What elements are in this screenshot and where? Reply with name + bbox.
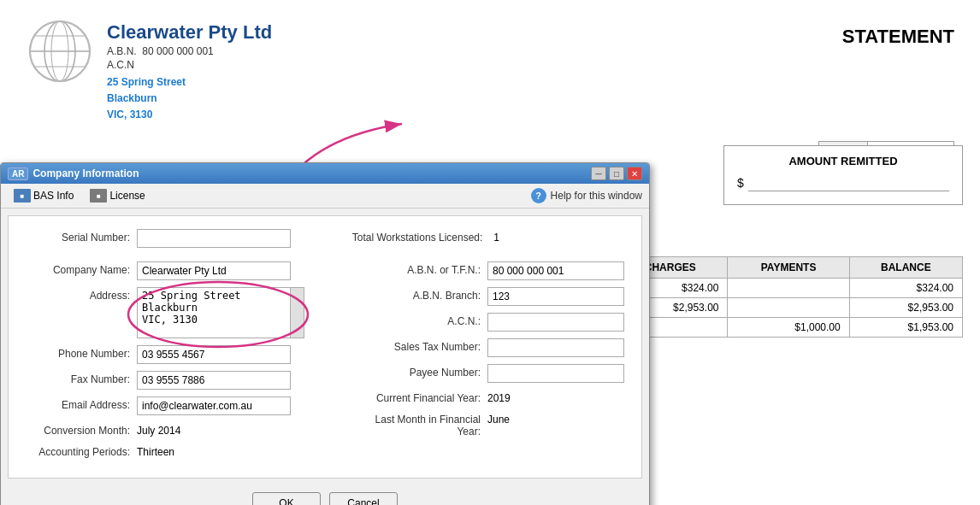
summary-table: CHARGES PAYMENTS BALANCE $324.00 $324.00… [612,256,963,338]
two-col-section: Company Name: Address: 25 Spring Street … [26,261,624,465]
last-month-row: Last Month in Financial Year: June [351,411,624,437]
company-information-dialog: AR Company Information ─ □ ✕ ■ BAS Info … [0,162,650,505]
balance-cell: $1,953.00 [849,318,962,338]
address-label: Address: [26,287,137,302]
abn-line: A.B.N. 80 000 000 001 [107,45,272,57]
abn-branch-input[interactable] [487,287,624,306]
accounting-periods-value: Thirteen [137,443,174,458]
payments-header: PAYMENTS [728,257,849,279]
license-menu[interactable]: ■ License [84,186,151,205]
bas-info-icon: ■ [14,189,31,203]
payments-cell [728,279,849,298]
conversion-month-value: July 2014 [137,422,180,437]
phone-input[interactable] [137,345,291,364]
help-icon: ? [531,188,546,203]
statement-title: STATEMENT [842,26,954,48]
cancel-button[interactable]: Cancel [329,492,398,505]
phone-label: Phone Number: [26,345,137,360]
statement-header: Clearwater Pty Ltd A.B.N. 80 000 000 001… [26,17,954,124]
balance-cell: $2,953.00 [849,298,962,318]
license-icon: ■ [90,189,107,203]
phone-row: Phone Number: [26,345,334,364]
acn-form-label: A.C.N.: [351,313,487,327]
address-input[interactable]: 25 Spring Street Blackburn VIC, 3130 [137,287,291,338]
sales-tax-row: Sales Tax Number: [351,338,624,357]
company-name-input[interactable] [137,261,291,280]
bas-info-menu[interactable]: ■ BAS Info [8,186,80,205]
help-button[interactable]: ? Help for this window [531,188,642,203]
amount-input-line [748,174,949,191]
dialog-menu: ■ BAS Info ■ License ? Help for this win… [1,184,649,208]
right-col: Total Workstations Licensed: 1 [352,229,624,244]
company-info: Clearwater Pty Ltd A.B.N. 80 000 000 001… [107,21,272,124]
maximize-button[interactable]: □ [609,167,624,180]
company-name: Clearwater Pty Ltd [107,21,272,44]
dollar-sign: $ [737,176,744,190]
serial-number-label: Serial Number: [26,229,137,244]
payee-label: Payee Number: [351,364,487,379]
table-row: $324.00 $324.00 [613,279,963,298]
address-input-area: 25 Spring Street Blackburn VIC, 3130 [137,287,304,338]
amount-remitted-box: AMOUNT REMITTED $ [723,145,963,205]
title-buttons: ─ □ ✕ [591,167,642,180]
ok-button[interactable]: OK [252,492,321,505]
minimize-button[interactable]: ─ [591,167,606,180]
email-row: Email Address: [26,396,334,415]
abn-branch-label: A.B.N. Branch: [351,287,487,302]
amount-remitted-title: AMOUNT REMITTED [737,155,949,167]
table-row: $2,953.00 $2,953.00 [613,298,963,318]
total-workstations-value: 1 [493,229,499,244]
company-address: 25 Spring Street Blackburn VIC, 3130 [107,74,272,124]
help-label: Help for this window [551,190,642,202]
abn-tfn-label: A.B.N. or T.F.N.: [351,261,487,276]
abn-tfn-row: A.B.N. or T.F.N.: [351,261,624,280]
dialog-title-text: Company Information [32,167,139,179]
fax-row: Fax Number: [26,371,334,390]
financial-year-label: Current Financial Year: [351,390,487,404]
dialog-footer: OK Cancel [1,485,649,505]
logo-area: Clearwater Pty Ltd A.B.N. 80 000 000 001… [26,17,272,124]
payments-cell [728,298,849,318]
address-row: Address: 25 Spring Street Blackburn VIC,… [26,287,334,338]
company-name-form-label: Company Name: [26,261,137,276]
last-month-value: June [487,411,510,426]
total-workstations-label: Total Workstations Licensed: [352,229,490,244]
payments-cell: $1,000.00 [728,318,849,338]
abn-branch-row: A.B.N. Branch: [351,287,624,306]
financial-year-row: Current Financial Year: 2019 [351,390,624,404]
last-month-label: Last Month in Financial Year: [351,411,487,437]
ar-badge: AR [8,167,28,180]
sales-tax-label: Sales Tax Number: [351,338,487,353]
payee-row: Payee Number: [351,364,624,383]
accounting-periods-label: Accounting Periods: [26,443,137,458]
balance-cell: $324.00 [849,279,962,298]
acn-line: A.C.N [107,59,272,71]
conversion-month-label: Conversion Month: [26,422,137,437]
fax-label: Fax Number: [26,371,137,385]
sales-tax-input[interactable] [487,338,624,357]
accounting-periods-row: Accounting Periods: Thirteen [26,443,334,458]
license-label: License [109,190,145,202]
abn-tfn-input[interactable] [487,261,624,280]
left-col: Serial Number: [26,229,352,255]
acn-input[interactable] [487,313,624,332]
email-input[interactable] [137,396,291,415]
address-scrollbar[interactable] [291,287,304,338]
company-name-row: Company Name: [26,261,334,280]
dialog-menu-left: ■ BAS Info ■ License [8,186,151,205]
serial-number-row: Serial Number: Total Workstations Licens… [26,229,624,255]
table-row: $1,000.00 $1,953.00 [613,318,963,338]
acn-row: A.C.N.: [351,313,624,332]
dialog-titlebar: AR Company Information ─ □ ✕ [1,163,649,184]
amount-remitted-line: $ [737,174,949,191]
fax-input[interactable] [137,371,291,390]
close-button[interactable]: ✕ [627,167,642,180]
serial-number-input[interactable] [137,229,291,248]
dialog-body: Serial Number: Total Workstations Licens… [8,215,642,479]
conversion-month-row: Conversion Month: July 2014 [26,422,334,437]
bas-info-label: BAS Info [33,190,74,202]
form-right-col: A.B.N. or T.F.N.: A.B.N. Branch: A.C.N.:… [351,261,624,465]
payee-input[interactable] [487,364,624,383]
balance-header: BALANCE [849,257,962,279]
form-left-col: Company Name: Address: 25 Spring Street … [26,261,334,465]
